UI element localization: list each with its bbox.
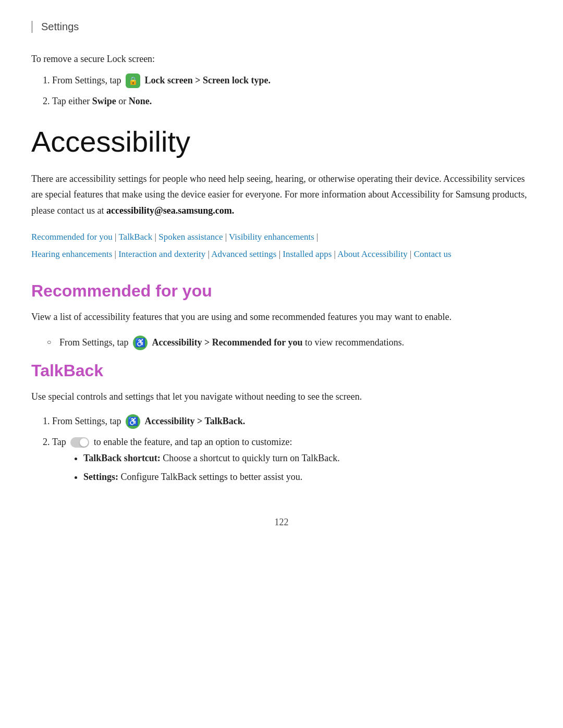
talkback-settings-text: Configure TalkBack settings to better as… (121, 472, 303, 482)
nav-sep-5: | (112, 249, 118, 259)
nav-sep-9: | (408, 249, 414, 259)
talkback-settings-bold: Settings: (83, 472, 118, 482)
nav-links-container: Recommended for you | TalkBack | Spoken … (31, 229, 532, 263)
nav-link-visibility[interactable]: Visibility enhancements (229, 232, 314, 242)
nav-sep-2: | (152, 232, 158, 242)
nav-sep-6: | (205, 249, 211, 259)
accessibility-title: Accessibility (31, 125, 532, 158)
talkback-subbullets: TalkBack shortcut: Choose a shortcut to … (83, 450, 532, 486)
intro-step-1-bold: Lock screen > Screen lock type. (145, 75, 271, 85)
recommended-description: View a list of accessibility features th… (31, 309, 532, 325)
nav-link-talkback[interactable]: TalkBack (118, 232, 152, 242)
accessibility-icon-recommended (133, 336, 148, 350)
page-number: 122 (31, 517, 532, 528)
recommended-steps-list: From Settings, tap Accessibility > Recom… (47, 335, 532, 351)
talkback-description: Use special controls and settings that l… (31, 389, 532, 405)
recommended-heading: Recommended for you (31, 281, 532, 301)
nav-link-hearing[interactable]: Hearing enhancements (31, 249, 112, 259)
nav-sep-4: | (314, 232, 319, 242)
talkback-step-1: From Settings, tap Accessibility > TalkB… (52, 414, 532, 429)
talkback-steps-list: From Settings, tap Accessibility > TalkB… (52, 414, 532, 485)
accessibility-desc-text: There are accessibility settings for peo… (31, 174, 527, 216)
accessibility-email[interactable]: accessibility@sea.samsung.com. (106, 205, 234, 216)
nav-sep-8: | (332, 249, 337, 259)
intro-step-1: From Settings, tap Lock screen > Screen … (52, 73, 532, 89)
intro-step-2: Tap either Swipe or None. (52, 94, 532, 109)
talkback-step-2: Tap to enable the feature, and tap an op… (52, 435, 532, 486)
lock-screen-icon (126, 73, 140, 88)
recommended-step-bold: Accessibility > Recommended for you (152, 337, 303, 348)
nav-sep-1: | (113, 232, 119, 242)
intro-steps-list: From Settings, tap Lock screen > Screen … (52, 73, 532, 109)
nav-link-spoken[interactable]: Spoken assistance (158, 232, 223, 242)
header-title: Settings (41, 21, 79, 32)
accessibility-icon-talkback (126, 414, 140, 429)
nav-link-recommended[interactable]: Recommended for you (31, 232, 113, 242)
talkback-heading: TalkBack (31, 361, 532, 380)
talkback-section: TalkBack Use special controls and settin… (31, 361, 532, 486)
intro-remove-lock-text: To remove a secure Lock screen: (31, 54, 532, 65)
recommended-section: Recommended for you View a list of acces… (31, 281, 532, 350)
swipe-text: Swipe (92, 96, 116, 106)
nav-link-contact[interactable]: Contact us (414, 249, 451, 259)
talkback-step-1-bold: Accessibility > TalkBack. (145, 416, 246, 426)
talkback-bullet-settings: Settings: Configure TalkBack settings to… (83, 468, 532, 485)
none-text: None. (129, 96, 152, 106)
nav-link-advanced[interactable]: Advanced settings (211, 249, 276, 259)
nav-link-interaction[interactable]: Interaction and dexterity (118, 249, 205, 259)
accessibility-description: There are accessibility settings for peo… (31, 171, 532, 219)
nav-sep-3: | (223, 232, 229, 242)
nav-link-about[interactable]: About Accessibility (337, 249, 408, 259)
page-header: Settings (31, 21, 532, 33)
nav-link-installed[interactable]: Installed apps (283, 249, 332, 259)
nav-sep-7: | (276, 249, 283, 259)
intro-section: To remove a secure Lock screen: From Set… (31, 54, 532, 109)
talkback-shortcut-text: Choose a shortcut to quickly turn on Tal… (163, 453, 339, 463)
talkback-shortcut-bold: TalkBack shortcut: (83, 453, 161, 463)
recommended-step-1: From Settings, tap Accessibility > Recom… (47, 335, 532, 351)
toggle-switch-icon (70, 437, 89, 448)
talkback-bullet-shortcut: TalkBack shortcut: Choose a shortcut to … (83, 450, 532, 466)
